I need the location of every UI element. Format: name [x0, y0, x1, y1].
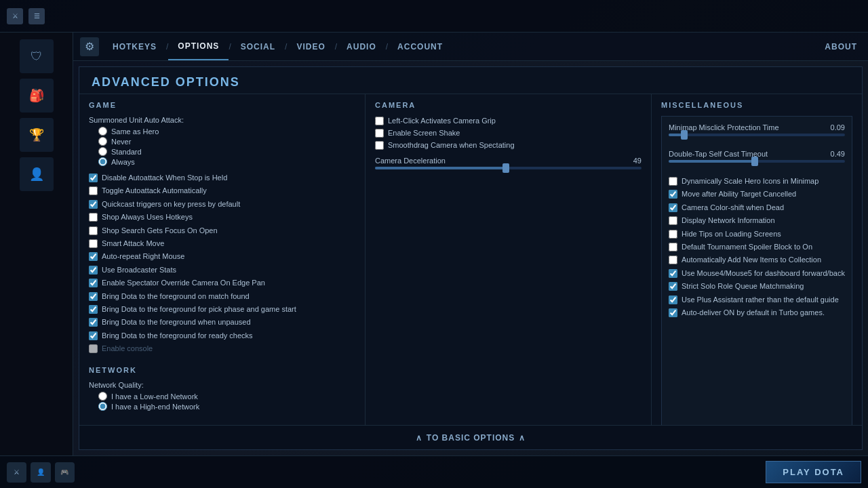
- page-title: ADVANCED OPTIONS: [79, 67, 862, 94]
- cb-auto-deliver-input[interactable]: [669, 308, 677, 317]
- cb-foreground-pick: Bring Dota to the foreground for pick ph…: [89, 304, 355, 314]
- cb-default-tournament-input[interactable]: [669, 243, 677, 251]
- cb-shop-search-focus-label: Shop Search Gets Focus On Open: [102, 226, 218, 236]
- network-quality-label: Network Quality:: [89, 381, 144, 389]
- doubletap-thumb[interactable]: [751, 157, 758, 166]
- summoned-unit-label: Summoned Unit Auto Attack:: [89, 116, 355, 124]
- cb-disable-autoattack: Disable Autoattack When Stop is Held: [89, 173, 355, 183]
- camera-decel-thumb[interactable]: [502, 163, 509, 173]
- play-dota-button[interactable]: PLAY DOTA: [766, 461, 861, 483]
- cb-plus-assistant-input[interactable]: [669, 296, 677, 304]
- cb-hide-tips-input[interactable]: [669, 230, 677, 239]
- radio-low-end-input[interactable]: [98, 392, 107, 401]
- cb-auto-repeat-input[interactable]: [89, 252, 98, 261]
- radio-same-as-hero-input[interactable]: [98, 127, 107, 136]
- doubletap-value: 0.49: [831, 150, 845, 158]
- tab-options[interactable]: OPTIONS: [168, 33, 229, 60]
- radio-high-end-input[interactable]: [98, 402, 107, 411]
- cb-toggle-autoattack-input[interactable]: [89, 186, 98, 195]
- top-bar: ⚔ ☰: [0, 0, 868, 33]
- cb-hide-tips-label: Hide Tips on Loading Screens: [682, 229, 781, 239]
- camera-decel-label: Camera Deceleration: [375, 157, 446, 165]
- camera-decel-slider-row: Camera Deceleration 49: [375, 157, 642, 176]
- summoned-unit-group: Summoned Unit Auto Attack: Same as Hero …: [89, 116, 355, 166]
- cb-smoothdrag-input[interactable]: [375, 141, 384, 150]
- cb-move-after-ability-input[interactable]: [669, 190, 677, 199]
- cb-dynamic-scale-label: Dynamically Scale Hero Icons in Minimap: [682, 176, 818, 186]
- tab-hotkeys[interactable]: HOTKEYS: [103, 33, 166, 60]
- minimap-thumb[interactable]: [681, 130, 688, 140]
- cb-spectator-camera: Enable Spectator Override Camera On Edge…: [89, 278, 355, 288]
- cb-plus-assistant: Use Plus Assistant rather than the defau…: [669, 295, 845, 305]
- cb-mouse4mouse5: Use Mouse4/Mouse5 for dashboard forward/…: [669, 268, 845, 279]
- doubletap-slider-track: [669, 160, 845, 169]
- taskbar-icon-2[interactable]: 👤: [31, 462, 50, 483]
- cb-foreground-match-input[interactable]: [89, 292, 98, 301]
- cb-screen-shake-label: Enable Screen Shake: [388, 129, 460, 137]
- cb-camera-colorshift-label: Camera Color-shift when Dead: [682, 203, 784, 213]
- cb-camera-colorshift: Camera Color-shift when Dead: [669, 203, 845, 213]
- radio-always-label: Always: [111, 158, 135, 166]
- cb-move-after-ability: Move after Ability Target Cancelled: [669, 189, 845, 199]
- cb-foreground-ready: Bring Dota to the foreground for ready c…: [89, 331, 355, 341]
- cb-spectator-camera-input[interactable]: [89, 279, 98, 287]
- sidebar-achievements-icon[interactable]: 🏆: [20, 118, 54, 152]
- cb-display-network-input[interactable]: [669, 216, 677, 225]
- cb-screen-shake-input[interactable]: [375, 129, 384, 138]
- chevron-up-left-icon: ∧: [416, 433, 422, 443]
- radio-high-end-label: I have a High-end Network: [111, 403, 199, 411]
- network-section-title: NETWORK: [89, 366, 355, 374]
- radio-always-input[interactable]: [98, 157, 107, 166]
- cb-dynamic-scale: Dynamically Scale Hero Icons in Minimap: [669, 176, 845, 186]
- taskbar-icon-1[interactable]: ⚔: [7, 462, 26, 483]
- game-section: GAME Summoned Unit Auto Attack: Same as …: [79, 94, 366, 425]
- radio-standard: Standard: [98, 147, 355, 156]
- cb-disable-autoattack-input[interactable]: [89, 174, 98, 182]
- cb-strict-solo-input[interactable]: [669, 282, 677, 291]
- sidebar-hero-icon[interactable]: 🛡: [20, 39, 54, 73]
- cb-auto-deliver-label: Auto-deliver ON by default in Turbo game…: [682, 308, 825, 318]
- chevron-up-right-icon: ∧: [519, 433, 526, 443]
- tab-audio[interactable]: AUDIO: [337, 33, 386, 60]
- cb-foreground-pick-input[interactable]: [89, 305, 98, 314]
- tab-video[interactable]: VIDEO: [287, 33, 334, 60]
- cb-shop-hotkeys-input[interactable]: [89, 213, 98, 222]
- cb-left-click-camera-input[interactable]: [375, 117, 384, 125]
- cb-dynamic-scale-input[interactable]: [669, 177, 677, 186]
- cb-foreground-unpaused-input[interactable]: [89, 318, 98, 327]
- cb-smart-attack-input[interactable]: [89, 239, 98, 248]
- tab-account[interactable]: ACCOUNT: [388, 33, 452, 60]
- sidebar-profile-icon[interactable]: 👤: [20, 157, 54, 191]
- cb-mouse4mouse5-input[interactable]: [669, 269, 677, 278]
- minimap-slider-row: Minimap Misclick Protection Time 0.09: [669, 123, 845, 143]
- cb-foreground-ready-input[interactable]: [89, 331, 98, 340]
- cb-smoothdrag: Smoothdrag Camera when Spectating: [375, 140, 642, 150]
- cb-enable-console-label: Enable console: [102, 344, 153, 354]
- taskbar-icon-3[interactable]: 🎮: [55, 462, 75, 483]
- to-basic-button[interactable]: ∧ TO BASIC OPTIONS ∧: [416, 433, 526, 443]
- sidebar-items-icon[interactable]: 🎒: [20, 79, 54, 113]
- about-link[interactable]: ABOUT: [825, 42, 857, 52]
- options-panel: ADVANCED OPTIONS GAME Summoned Unit Auto…: [79, 66, 863, 450]
- cb-broadcaster-stats: Use Broadcaster Stats: [89, 265, 355, 275]
- radio-standard-input[interactable]: [98, 147, 107, 156]
- cb-display-network-label: Display Network Information: [682, 216, 775, 226]
- tab-social[interactable]: SOCIAL: [231, 33, 285, 60]
- cb-foreground-unpaused: Bring Dota to the foreground when unpaus…: [89, 317, 355, 327]
- settings-icon: ⚙: [80, 37, 99, 56]
- left-sidebar: 🛡 🎒 🏆 👤: [0, 33, 73, 455]
- cb-shop-search-focus-input[interactable]: [89, 226, 98, 235]
- misc-section-title: MISCELLANEOUS: [661, 101, 852, 109]
- camera-section-title: CAMERA: [375, 101, 642, 109]
- radio-never-input[interactable]: [98, 137, 107, 146]
- cb-toggle-autoattack: Toggle Autoattack Automatically: [89, 186, 355, 196]
- cb-left-click-camera-label: Left-Click Activates Camera Grip: [388, 117, 496, 125]
- cb-auto-add-items-input[interactable]: [669, 256, 677, 264]
- cb-foreground-unpaused-label: Bring Dota to the foreground when unpaus…: [102, 317, 251, 327]
- cb-broadcaster-stats-input[interactable]: [89, 266, 98, 274]
- cb-mouse4mouse5-label: Use Mouse4/Mouse5 for dashboard forward/…: [682, 268, 845, 279]
- cb-camera-colorshift-input[interactable]: [669, 203, 677, 212]
- cb-quickcast-input[interactable]: [89, 200, 98, 209]
- doubletap-slider-row: Double-Tap Self Cast Timeout 0.49: [669, 150, 845, 169]
- menu-icon: ☰: [28, 8, 45, 24]
